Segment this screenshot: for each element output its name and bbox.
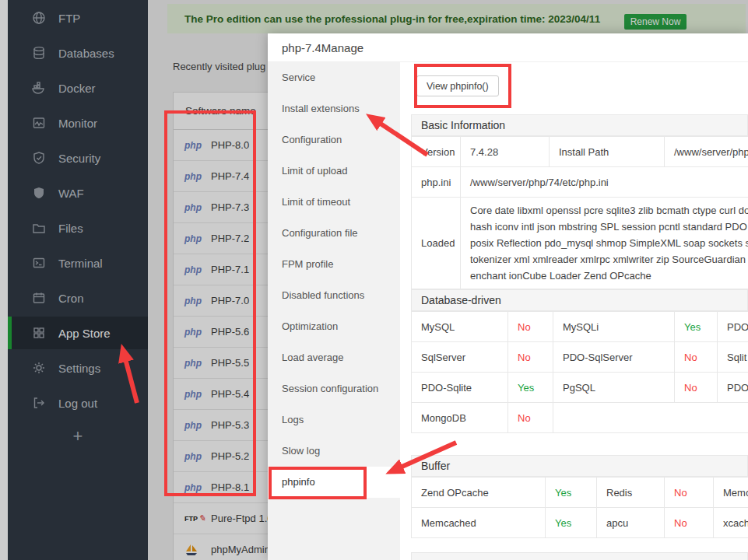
- buffer-name: Memc: [714, 478, 748, 508]
- menu-item-phpinfo[interactable]: phpinfo: [268, 467, 400, 498]
- menu-item-optimization[interactable]: Optimization: [268, 311, 400, 342]
- install-path-label: Install Path: [550, 137, 665, 167]
- version-value: 7.4.28: [461, 137, 550, 167]
- loaded-line: Core date libxml openssl pcre sqlite3 zl…: [470, 202, 748, 219]
- modal-content: View phpinfo() Basic Information Version…: [400, 62, 748, 560]
- db-name: PgSQL: [553, 373, 675, 403]
- modal-title: php-7.4Manage: [268, 33, 748, 62]
- buffer-status: Yes: [546, 508, 597, 538]
- modal-menu: Service Install extensions Configuration…: [268, 62, 400, 560]
- menu-item-load-average[interactable]: Load average: [268, 342, 400, 373]
- buffer-status: No: [665, 478, 714, 508]
- menu-item-limit-of-timeout[interactable]: Limit of timeout: [268, 187, 400, 218]
- buffer-status: No: [665, 508, 714, 538]
- db-name: Sqlit: [718, 342, 748, 373]
- app-screen: FTP Databases Docker Monitor Security WA…: [0, 0, 748, 560]
- menu-item-service[interactable]: Service: [268, 62, 400, 93]
- phpini-label: php.ini: [412, 167, 461, 198]
- db-name: PDO: [718, 312, 748, 342]
- loaded-line: posix Reflection pdo_mysql shmop SimpleX…: [470, 235, 748, 251]
- db-status: Yes: [508, 373, 553, 403]
- buffer-name: xcache: [714, 508, 748, 538]
- db-name: PDO-Sqlite: [412, 373, 508, 403]
- db-name: MySQLi: [553, 312, 675, 342]
- menu-item-slow-log[interactable]: Slow log: [268, 436, 400, 467]
- phpini-value: /www/server/php/74/etc/php.ini: [461, 167, 748, 198]
- menu-item-install-extensions[interactable]: Install extensions: [268, 93, 400, 124]
- buffer-name: Memcached: [412, 508, 546, 538]
- basic-information-table: Version 7.4.28 Install Path /www/server/…: [411, 136, 748, 289]
- loaded-line: tokenizer xml xmlreader xmlrpc xmlwriter…: [470, 251, 748, 268]
- loaded-line: enchant ionCube Loader Zend OPcache: [470, 268, 748, 284]
- db-status: No: [675, 373, 718, 403]
- menu-item-limit-of-upload[interactable]: Limit of upload: [268, 156, 400, 187]
- db-status: No: [508, 403, 553, 433]
- section-buffer: Buffer: [411, 455, 748, 477]
- db-name: PDO-SqlServer: [553, 342, 675, 373]
- section-next-partial: [411, 552, 748, 560]
- section-database-driven: Database-driven: [411, 289, 748, 311]
- menu-item-disabled-functions[interactable]: Disabled functions: [268, 280, 400, 311]
- menu-item-logs[interactable]: Logs: [268, 404, 400, 436]
- db-empty-cell: [553, 403, 748, 433]
- install-path-value: /www/server/php: [665, 137, 748, 167]
- db-status: No: [675, 342, 718, 373]
- buffer-table: Zend OPcache Yes Redis No Memc Memcached…: [411, 477, 748, 538]
- db-name: MySQL: [412, 312, 508, 342]
- buffer-name: Redis: [597, 478, 665, 508]
- menu-item-fpm-profile[interactable]: FPM profile: [268, 249, 400, 280]
- loaded-extensions: Core date libxml openssl pcre sqlite3 zl…: [461, 198, 748, 289]
- menu-item-session-configuration[interactable]: Session configuration: [268, 373, 400, 404]
- buffer-name: apcu: [597, 508, 665, 538]
- buffer-name: Zend OPcache: [412, 478, 546, 508]
- db-status: Yes: [675, 312, 718, 342]
- php-manage-modal: php-7.4Manage Service Install extensions…: [268, 33, 748, 560]
- db-name: PDO: [718, 373, 748, 403]
- db-name: MongoDB: [412, 403, 508, 433]
- loaded-line: hash iconv intl json mbstring SPL sessio…: [470, 219, 748, 235]
- view-phpinfo-button[interactable]: View phpinfo(): [416, 75, 499, 96]
- version-label: Version: [412, 137, 461, 167]
- menu-item-configuration[interactable]: Configuration: [268, 124, 400, 156]
- buffer-status: Yes: [546, 478, 597, 508]
- menu-item-configuration-file[interactable]: Configuration file: [268, 218, 400, 249]
- section-basic-information: Basic Information: [411, 114, 748, 136]
- db-name: SqlServer: [412, 342, 508, 373]
- loaded-label: Loaded: [412, 198, 461, 289]
- db-status: No: [508, 312, 553, 342]
- database-driven-table: MySQL No MySQLi Yes PDO SqlServer No PDO…: [411, 311, 748, 433]
- db-status: No: [508, 342, 553, 373]
